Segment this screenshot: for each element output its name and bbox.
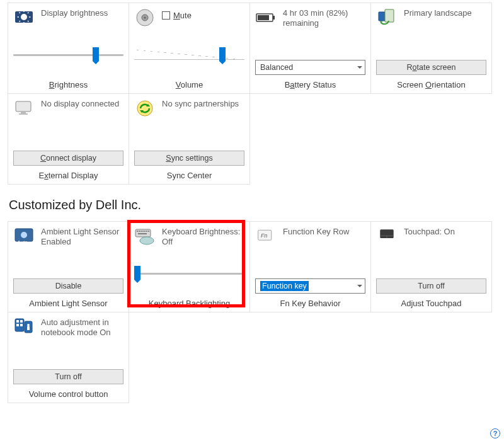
sync-settings-button[interactable]: Sync settings — [134, 151, 244, 166]
svg-rect-21 — [19, 113, 28, 115]
tile-volume-control-button: Auto adjustment in notebook mode On Turn… — [8, 312, 129, 403]
mute-checkbox[interactable] — [162, 11, 170, 20]
volctrl-turnoff-button[interactable]: Turn off — [13, 369, 123, 384]
volume-footer: Volume — [134, 76, 244, 91]
keyboard-icon — [134, 226, 156, 247]
svg-point-49 — [27, 324, 30, 326]
monitor-icon — [13, 98, 35, 119]
volume-slider[interactable] — [134, 46, 244, 64]
svg-rect-20 — [21, 112, 26, 113]
svg-rect-33 — [144, 231, 146, 232]
svg-rect-46 — [16, 324, 19, 326]
tile-external-display: No display connected Connect display Ext… — [8, 93, 129, 185]
tile-fn-key: Fn Function Key Row Function key Fn Key … — [249, 221, 371, 312]
orientation-title: Primary landscape — [404, 7, 472, 18]
svg-text:Fn: Fn — [261, 232, 267, 239]
mute-label: Mute — [173, 11, 192, 20]
keyboard-brightness-slider[interactable] — [134, 265, 244, 282]
svg-rect-36 — [138, 233, 147, 234]
help-icon[interactable]: ? — [490, 428, 500, 438]
ambient-title: Ambient Light Sensor Enabled — [41, 226, 123, 248]
tile-ambient-light: Auto Ambient Light Sensor Enabled Disabl… — [8, 221, 129, 312]
external-display-footer: External Display — [13, 167, 123, 181]
svg-rect-19 — [16, 101, 31, 112]
sync-footer: Sync Center — [134, 167, 244, 181]
orientation-icon — [376, 7, 398, 28]
mobility-dell-grid: Auto Ambient Light Sensor Enabled Disabl… — [0, 219, 504, 403]
volctrl-footer: Volume control button — [13, 386, 123, 400]
battery-title: 4 hr 03 min (82%) remaining — [283, 7, 365, 29]
svg-text:Auto: Auto — [16, 239, 28, 245]
svg-rect-34 — [146, 231, 147, 232]
brightness-slider[interactable] — [13, 46, 123, 64]
svg-rect-31 — [140, 231, 142, 232]
keyboard-footer: Keyboard Backlighting — [134, 295, 244, 309]
keyboard-title: Keyboard Brightness: Off — [162, 226, 244, 248]
fnkey-title: Function Key Row — [283, 226, 350, 237]
svg-rect-14 — [273, 16, 275, 20]
sync-icon — [134, 98, 156, 119]
touchpad-title: Touchpad: On — [404, 226, 455, 237]
external-display-title: No display connected — [41, 98, 119, 109]
svg-rect-50 — [27, 326, 30, 330]
brightness-footer: Brightness — [13, 76, 123, 91]
svg-rect-32 — [142, 231, 144, 232]
ambient-footer: Ambient Light Sensor — [13, 295, 123, 309]
brightness-icon — [13, 7, 35, 28]
svg-rect-29 — [137, 231, 138, 232]
power-plan-select[interactable]: Balanced — [255, 60, 365, 75]
svg-point-26 — [21, 232, 27, 238]
svg-point-12 — [144, 17, 146, 19]
touchpad-footer: Adjust Touchpad — [376, 295, 486, 309]
orientation-footer: Screen Orientation — [376, 76, 486, 91]
svg-rect-17 — [385, 9, 394, 22]
tile-keyboard-backlight: Keyboard Brightness: Off Keyboard Backli… — [129, 221, 250, 312]
svg-rect-15 — [258, 15, 269, 20]
battery-icon — [255, 7, 277, 28]
fn-key-icon: Fn — [255, 226, 277, 247]
battery-footer: Battery Status — [255, 76, 365, 91]
svg-rect-47 — [20, 324, 23, 326]
fn-key-select[interactable]: Function key — [255, 278, 365, 294]
brightness-title: Display brightness — [41, 7, 108, 18]
svg-point-37 — [140, 237, 154, 244]
svg-rect-30 — [139, 231, 140, 232]
tile-sync: No sync partnerships Sync settings Sync … — [129, 93, 250, 185]
speaker-icon — [134, 7, 156, 28]
rotate-screen-button[interactable]: Rotate screen — [376, 60, 486, 75]
touchpad-icon — [376, 226, 398, 247]
svg-rect-35 — [148, 231, 149, 232]
svg-rect-45 — [20, 320, 23, 323]
chevron-down-icon — [357, 66, 362, 69]
touchpad-turnoff-button[interactable]: Turn off — [376, 278, 486, 294]
tile-touchpad: Touchpad: On Turn off Adjust Touchpad — [370, 221, 492, 312]
tile-display-brightness: Display brightness Brightness — [8, 3, 129, 94]
svg-point-22 — [137, 101, 152, 116]
sync-title: No sync partnerships — [162, 98, 239, 109]
section-dell-title: Customized by Dell Inc. — [0, 184, 504, 219]
tile-battery: 4 hr 03 min (82%) remaining Balanced Bat… — [249, 3, 371, 94]
chevron-down-icon — [357, 285, 362, 287]
svg-rect-44 — [16, 320, 19, 323]
volume-auto-icon — [13, 316, 35, 338]
mobility-top-grid: Display brightness Brightness Mute — [0, 0, 504, 184]
svg-point-1 — [21, 14, 27, 20]
volctrl-title: Auto adjustment in notebook mode On — [41, 316, 123, 338]
tile-orientation: Primary landscape Rotate screen Screen O… — [370, 3, 492, 94]
connect-display-button[interactable]: Connect display — [13, 151, 123, 166]
ambient-light-icon: Auto — [13, 226, 35, 247]
fnkey-footer: Fn Key Behavior — [255, 295, 365, 309]
ambient-disable-button[interactable]: Disable — [13, 278, 123, 294]
tile-volume: Mute Volume — [129, 3, 250, 94]
